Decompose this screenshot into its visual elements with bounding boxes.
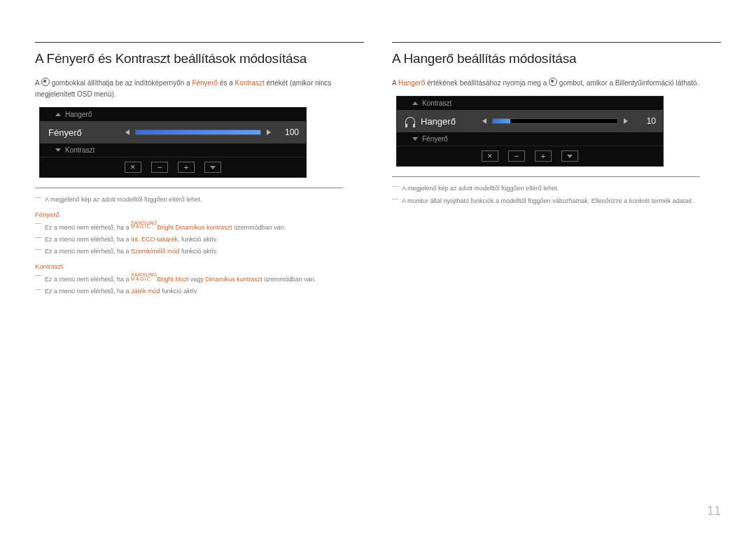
section-title-right: A Hangerő beállítás módosítása (392, 51, 721, 66)
text: értékének beállításához nyomja meg a (425, 79, 549, 87)
divider (35, 42, 364, 43)
text: és a (218, 79, 234, 87)
plus-icon (535, 150, 552, 162)
highlight: Bright (158, 223, 174, 230)
footnote: Ez a menü nem elérhető, ha a Int. ECO-ta… (35, 235, 364, 245)
chevron-down-icon (55, 148, 61, 152)
close-icon (125, 162, 141, 173)
text: funkció aktív. (180, 248, 218, 255)
jog-button-icon (549, 78, 557, 86)
text: Ez a menü nem elérhető, ha a (45, 248, 131, 255)
text: üzemmódban van. (232, 223, 286, 230)
text: gombokkal állíthatja be az indítóképerny… (50, 79, 192, 87)
down-icon (561, 150, 578, 162)
osd-prev-label: Hangerő (65, 111, 92, 118)
footnote: A megjelenő kép az adott modelltől függő… (392, 184, 721, 194)
minus-icon (151, 162, 168, 173)
highlight: Kontraszt (235, 79, 265, 87)
minus-icon (508, 150, 525, 162)
text: Ez a menü nem elérhető, ha a (45, 288, 131, 295)
samsung-magic-icon: SAMSUNGMAGIC (131, 221, 158, 230)
right-column: A Hangerő beállítás módosítása A Hangerő… (392, 42, 721, 300)
subheading-kontraszt: Kontraszt (35, 262, 364, 270)
text: üzemmódban van. (262, 276, 316, 283)
subheading-fenyero: Fényerő (35, 211, 364, 218)
text: gombot, amikor a Billentyűinformáció lát… (557, 79, 699, 87)
close-icon (482, 150, 498, 162)
osd-next-label: Kontraszt (65, 146, 94, 154)
osd-next-item: Fényerő (397, 132, 663, 146)
text: Ez a menü nem elérhető, ha a (45, 223, 131, 230)
plus-icon (178, 162, 195, 173)
highlight: Dinamikus kontraszt (174, 223, 232, 230)
highlight: Int. ECO-takarék. (131, 236, 180, 243)
highlight: Játék mód (131, 288, 160, 295)
arrow-right-icon (267, 129, 271, 135)
chevron-down-icon (210, 166, 216, 169)
osd-active-label: Fényerő (48, 127, 82, 138)
headphones-icon (405, 117, 415, 126)
osd-active-row: Hangerő 10 (397, 110, 663, 132)
chevron-down-icon (412, 137, 418, 141)
highlight: Szemkímélő mód (131, 248, 180, 255)
osd-prev-label: Kontraszt (422, 99, 451, 107)
highlight: Mozi (174, 276, 189, 283)
osd-prev-item: Hangerő (40, 108, 306, 121)
osd-value: 100 (276, 127, 302, 137)
divider (392, 176, 700, 177)
arrow-left-icon (482, 118, 486, 124)
osd-controls (40, 157, 306, 177)
text: vagy (189, 276, 206, 283)
osd-controls (397, 146, 663, 166)
section-title-left: A Fényerő és Kontraszt beállítások módos… (35, 51, 364, 66)
osd-next-label: Fényerő (422, 135, 448, 143)
osd-active-label: Hangerő (421, 116, 456, 127)
text: A (35, 79, 41, 87)
osd-active-row: Fényerő 100 (40, 121, 306, 143)
chevron-up-icon (55, 113, 61, 116)
footnote: Ez a menü nem elérhető, ha a Játék mód f… (35, 287, 364, 297)
intro-left: A gombokkal állíthatja be az indítóképer… (35, 78, 364, 100)
osd-brightness-widget: Hangerő Fényerő 100 Kontraszt (39, 107, 307, 178)
arrow-left-icon (125, 129, 130, 135)
osd-slider-fill (136, 130, 260, 134)
chevron-up-icon (412, 101, 418, 105)
footnote: A monitor által nyújtható funkciók a mod… (392, 197, 721, 206)
footnote: Ez a menü nem elérhető, ha a SAMSUNGMAGI… (35, 273, 364, 284)
divider (392, 42, 721, 43)
text: A (392, 79, 398, 87)
osd-slider (492, 118, 618, 124)
osd-prev-item: Kontraszt (397, 97, 663, 110)
osd-next-item: Kontraszt (40, 143, 306, 157)
highlight: Fényerő (192, 79, 218, 87)
divider (35, 188, 343, 188)
highlight: Dinamikus kontraszt (206, 276, 262, 283)
chevron-down-icon (567, 155, 573, 158)
osd-volume-widget: Kontraszt Hangerő 10 Fényerő (396, 96, 664, 167)
footnote: Ez a menü nem elérhető, ha a Szemkímélő … (35, 247, 364, 257)
footnote: A megjelenő kép az adott modelltől függő… (35, 195, 364, 205)
osd-value: 10 (634, 116, 659, 126)
arrow-right-icon (624, 118, 628, 124)
highlight: Bright (158, 276, 174, 283)
page-number: 11 (707, 504, 721, 519)
text: Ez a menü nem elérhető, ha a (45, 236, 131, 243)
text: funkció aktív. (180, 236, 218, 243)
samsung-magic-icon: SAMSUNGMAGIC (131, 273, 158, 281)
footnote: Ez a menü nem elérhető, ha a SAMSUNGMAGI… (35, 221, 364, 232)
intro-right: A Hangerő értékének beállításához nyomja… (392, 78, 721, 89)
left-column: A Fényerő és Kontraszt beállítások módos… (35, 42, 364, 300)
text: funkció aktív. (160, 288, 198, 295)
jog-button-icon (41, 78, 50, 86)
osd-slider (135, 129, 261, 135)
down-icon (204, 162, 221, 173)
text: Ez a menü nem elérhető, ha a (45, 276, 131, 283)
osd-slider-fill (493, 119, 510, 123)
highlight: Hangerő (398, 79, 425, 87)
